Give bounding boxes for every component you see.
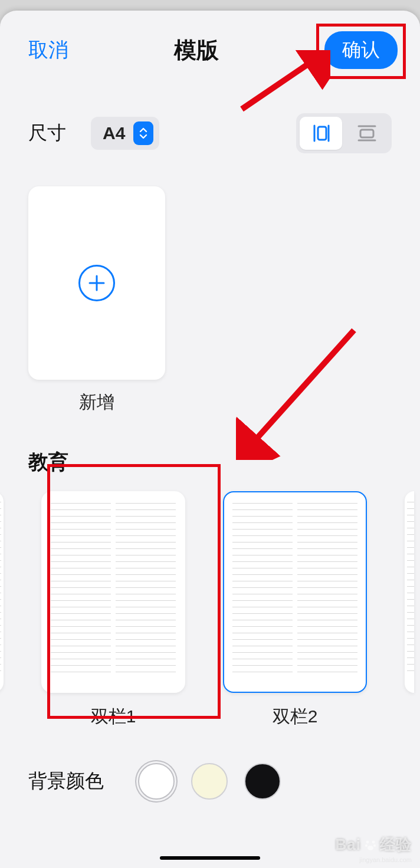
swatch-cream[interactable]: [191, 763, 228, 800]
template-peek-left[interactable]: [0, 491, 4, 693]
cancel-button[interactable]: 取消: [28, 37, 68, 64]
svg-point-11: [372, 840, 375, 843]
watermark-sub: jingyan.baidu.com: [359, 854, 412, 864]
size-picker[interactable]: A4: [91, 117, 159, 150]
size-left: 尺寸 A4: [28, 117, 159, 150]
size-row: 尺寸 A4: [0, 113, 420, 153]
template-peek-right[interactable]: [405, 491, 414, 693]
template-card-2[interactable]: [223, 491, 367, 693]
size-value: A4: [103, 123, 125, 143]
watermark-brand: Bai: [336, 836, 361, 854]
orientation-toggle: [296, 113, 392, 153]
header: 取消 模版 确认: [0, 29, 420, 71]
plus-icon: [78, 265, 115, 301]
paw-icon: [365, 839, 376, 851]
watermark-brand2: 经验: [380, 834, 412, 855]
svg-point-10: [366, 840, 369, 843]
portrait-icon: [311, 123, 331, 143]
page-title: 模版: [174, 35, 219, 65]
newadd-card[interactable]: [28, 186, 165, 380]
background-row: 背景颜色: [0, 763, 420, 800]
orientation-landscape-button[interactable]: [346, 117, 388, 150]
template-item-2[interactable]: 双栏2: [223, 491, 367, 729]
section-education-title: 教育: [0, 449, 420, 476]
swatch-black[interactable]: [244, 763, 281, 800]
template-item-1[interactable]: 双栏1: [41, 491, 185, 729]
home-indicator: [160, 856, 260, 860]
svg-rect-4: [360, 130, 373, 137]
newadd-label: 新增: [28, 390, 165, 415]
newadd-section: 新增: [0, 186, 420, 415]
landscape-icon: [355, 123, 379, 143]
svg-point-13: [373, 844, 376, 846]
size-label: 尺寸: [28, 120, 66, 146]
template-row[interactable]: 双栏1 双栏2: [0, 491, 420, 729]
background-label: 背景颜色: [28, 768, 104, 794]
template-label-2: 双栏2: [273, 705, 318, 729]
svg-rect-1: [318, 127, 326, 140]
svg-point-14: [368, 846, 373, 850]
template-card-1[interactable]: [41, 491, 185, 693]
template-sheet: 取消 模版 确认 尺寸 A4: [0, 11, 420, 868]
svg-point-12: [365, 844, 368, 846]
template-label-1: 双栏1: [91, 705, 136, 729]
swatch-white[interactable]: [138, 763, 175, 800]
size-stepper-icon[interactable]: [133, 121, 153, 145]
orientation-portrait-button[interactable]: [300, 117, 342, 150]
confirm-button[interactable]: 确认: [324, 31, 398, 69]
watermark: Bai 经验: [336, 834, 412, 855]
